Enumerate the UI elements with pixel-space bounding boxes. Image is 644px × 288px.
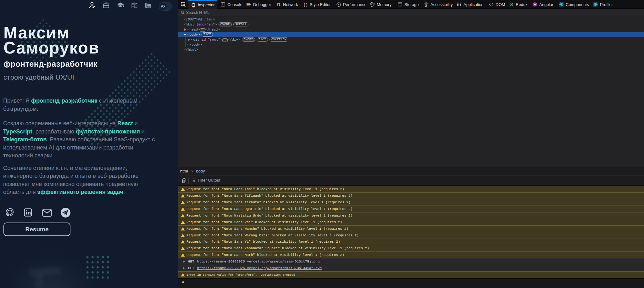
svg-text:{}: {} [303,3,308,7]
